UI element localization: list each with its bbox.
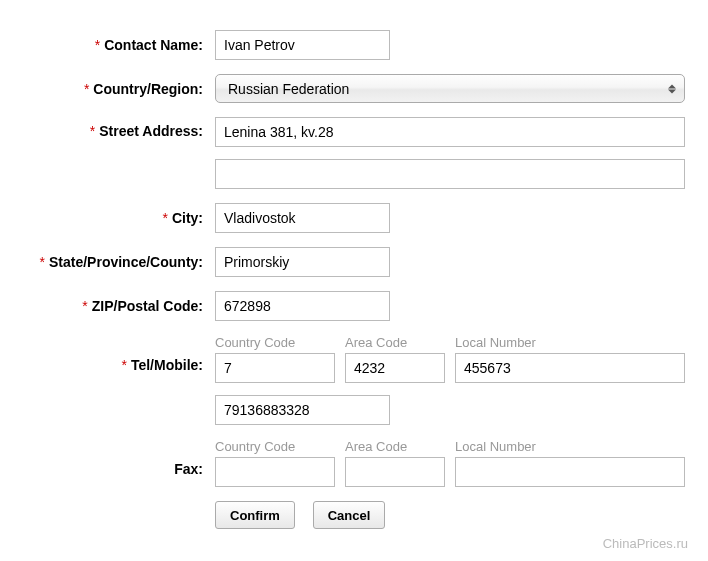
- tel-area-code-label: Area Code: [345, 335, 445, 350]
- state-input[interactable]: [215, 247, 390, 277]
- select-arrows-icon: [668, 84, 676, 93]
- required-asterisk: *: [121, 357, 126, 373]
- row-contact-name: * Contact Name:: [20, 30, 688, 60]
- row-tel: * Tel/Mobile: Country Code Area Code Loc…: [20, 335, 688, 425]
- label-text: Contact Name:: [104, 37, 203, 53]
- tel-local-number-input[interactable]: [455, 353, 685, 383]
- row-zip: * ZIP/Postal Code:: [20, 291, 688, 321]
- field-contact-name: [215, 30, 688, 60]
- tel-area-code-input[interactable]: [345, 353, 445, 383]
- fax-country-code-label: Country Code: [215, 439, 335, 454]
- label-text: State/Province/County:: [49, 254, 203, 270]
- street-address-line2-input[interactable]: [215, 159, 685, 189]
- label-text: Street Address:: [99, 123, 203, 139]
- field-buttons: Confirm Cancel: [215, 501, 688, 529]
- fax-area-code-label: Area Code: [345, 439, 445, 454]
- tel-country-code-input[interactable]: [215, 353, 335, 383]
- label-zip: * ZIP/Postal Code:: [20, 298, 215, 314]
- country-select-value: Russian Federation: [228, 81, 349, 97]
- label-country: * Country/Region:: [20, 81, 215, 97]
- field-street: [215, 117, 688, 189]
- field-zip: [215, 291, 688, 321]
- field-tel: Country Code Area Code Local Number: [215, 335, 688, 425]
- fax-local-number-label: Local Number: [455, 439, 685, 454]
- label-state: * State/Province/County:: [20, 254, 215, 270]
- label-text: Country/Region:: [93, 81, 203, 97]
- watermark: ChinaPrices.ru: [603, 536, 688, 551]
- cancel-button[interactable]: Cancel: [313, 501, 386, 529]
- field-state: [215, 247, 688, 277]
- label-text: Tel/Mobile:: [131, 357, 203, 373]
- street-address-line1-input[interactable]: [215, 117, 685, 147]
- required-asterisk: *: [84, 81, 89, 97]
- row-fax: Fax: Country Code Area Code Local Number: [20, 439, 688, 487]
- required-asterisk: *: [90, 123, 95, 139]
- row-city: * City:: [20, 203, 688, 233]
- country-select[interactable]: Russian Federation: [215, 74, 685, 103]
- label-contact-name: * Contact Name:: [20, 37, 215, 53]
- fax-area-code-input[interactable]: [345, 457, 445, 487]
- required-asterisk: *: [82, 298, 87, 314]
- field-city: [215, 203, 688, 233]
- row-country: * Country/Region: Russian Federation: [20, 74, 688, 103]
- required-asterisk: *: [40, 254, 45, 270]
- contact-name-input[interactable]: [215, 30, 390, 60]
- confirm-button[interactable]: Confirm: [215, 501, 295, 529]
- zip-input[interactable]: [215, 291, 390, 321]
- row-buttons: Confirm Cancel: [20, 501, 688, 529]
- tel-local-number-label: Local Number: [455, 335, 685, 350]
- fax-local-number-input[interactable]: [455, 457, 685, 487]
- label-text: City:: [172, 210, 203, 226]
- label-fax: Fax:: [20, 439, 215, 477]
- label-text: Fax:: [174, 461, 203, 477]
- required-asterisk: *: [95, 37, 100, 53]
- mobile-input[interactable]: [215, 395, 390, 425]
- row-street: * Street Address:: [20, 117, 688, 189]
- required-asterisk: *: [162, 210, 167, 226]
- label-text: ZIP/Postal Code:: [92, 298, 203, 314]
- label-tel: * Tel/Mobile:: [20, 335, 215, 373]
- fax-country-code-input[interactable]: [215, 457, 335, 487]
- field-fax: Country Code Area Code Local Number: [215, 439, 688, 487]
- label-city: * City:: [20, 210, 215, 226]
- row-state: * State/Province/County:: [20, 247, 688, 277]
- tel-country-code-label: Country Code: [215, 335, 335, 350]
- label-street: * Street Address:: [20, 117, 215, 139]
- city-input[interactable]: [215, 203, 390, 233]
- field-country: Russian Federation: [215, 74, 688, 103]
